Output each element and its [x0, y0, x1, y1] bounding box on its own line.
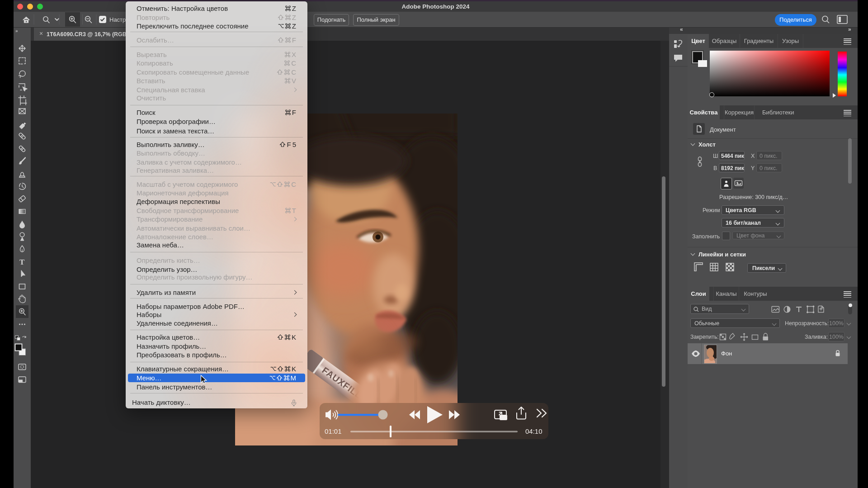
- svg-text:Настр.: Настр.: [109, 16, 127, 23]
- svg-text:04:10: 04:10: [525, 427, 542, 435]
- svg-text:T: T: [19, 258, 25, 266]
- svg-text:01:01: 01:01: [325, 427, 342, 435]
- svg-text:»: »: [15, 28, 18, 33]
